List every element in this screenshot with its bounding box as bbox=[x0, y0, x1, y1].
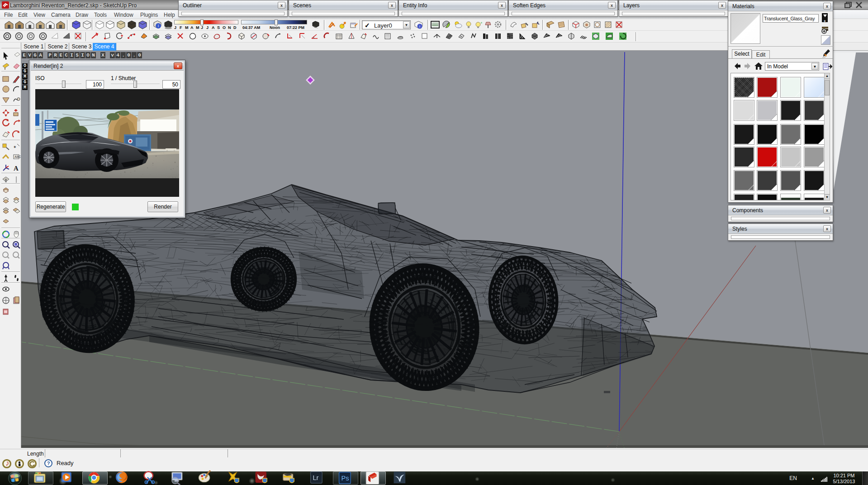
svg-text:Ps: Ps bbox=[341, 475, 349, 482]
svg-text:ABC: ABC bbox=[14, 155, 21, 158]
svg-text:✶: ✶ bbox=[13, 145, 17, 149]
svg-text:A: A bbox=[14, 165, 19, 172]
svg-text:Lr: Lr bbox=[313, 474, 318, 481]
svg-text:?: ? bbox=[47, 461, 50, 466]
